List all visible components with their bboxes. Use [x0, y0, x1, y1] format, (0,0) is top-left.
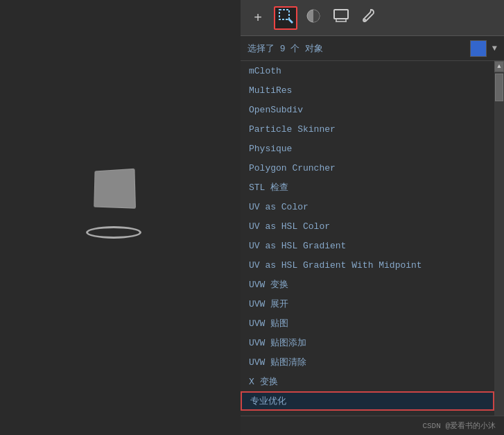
select-button[interactable]	[274, 6, 297, 30]
list-item[interactable]: mCloth	[241, 61, 494, 80]
dropdown-arrow[interactable]: ▼	[492, 44, 497, 53]
list-item[interactable]: Physique	[241, 139, 494, 158]
list-item[interactable]: MultiRes	[241, 80, 494, 100]
right-panel: +	[241, 0, 504, 435]
svg-point-7	[364, 19, 366, 21]
monitor-icon	[333, 9, 349, 26]
list-item[interactable]: UVW 贴图添加	[241, 333, 494, 352]
list-item[interactable]: Polygon Cruncher	[241, 158, 494, 178]
scrollbar-track: ▲	[494, 61, 504, 416]
list-item[interactable]: UVW 展开	[241, 294, 494, 314]
list-item[interactable]: 优化	[241, 411, 494, 416]
wrench-button[interactable]	[357, 6, 381, 30]
monitor-button[interactable]	[329, 6, 353, 30]
half-circle-icon	[306, 8, 321, 27]
watermark-bar: CSDN @爱看书的小沐	[241, 416, 504, 435]
list-item[interactable]: STL 检查	[241, 178, 494, 197]
list-item[interactable]: UV as HSL Gradient With Midpoint	[241, 255, 494, 275]
svg-rect-3	[334, 10, 348, 19]
selection-bar: 选择了 9 个 对象 ▼	[241, 36, 504, 61]
svg-marker-1	[288, 18, 293, 24]
list-item[interactable]: Particle Skinner	[241, 119, 494, 139]
scrollbar-up-button[interactable]: ▲	[494, 61, 504, 72]
modifier-list[interactable]: mClothMultiResOpenSubdivParticle Skinner…	[241, 61, 494, 416]
list-item[interactable]: UV as HSL Color	[241, 216, 494, 236]
toolbar: +	[241, 0, 504, 36]
list-item[interactable]: X 变换	[241, 372, 494, 391]
circle-button[interactable]	[302, 6, 325, 30]
list-item[interactable]: UVW 贴图清除	[241, 352, 494, 372]
selection-text: 选择了 9 个 对象	[247, 42, 464, 55]
watermark-text: CSDN @爱看书的小沐	[422, 420, 496, 431]
3d-object	[93, 169, 148, 225]
list-item[interactable]: 专业优化	[241, 391, 494, 411]
plus-icon: +	[254, 10, 262, 26]
list-item[interactable]: UVW 变换	[241, 275, 494, 294]
list-container: mClothMultiResOpenSubdivParticle Skinner…	[241, 61, 504, 416]
select-region-icon	[278, 8, 293, 27]
list-item[interactable]: OpenSubdiv	[241, 100, 494, 119]
scrollbar-thumb[interactable]	[495, 74, 503, 101]
list-item[interactable]: UVW 贴图	[241, 314, 494, 333]
color-swatch[interactable]	[470, 40, 487, 57]
3d-ring	[86, 226, 141, 239]
list-item[interactable]: UV as HSL Gradient	[241, 236, 494, 255]
3d-viewport	[0, 0, 241, 435]
svg-rect-0	[279, 10, 289, 19]
add-button[interactable]: +	[246, 6, 270, 30]
3d-box	[94, 168, 136, 208]
list-item[interactable]: UV as Color	[241, 197, 494, 216]
wrench-icon	[361, 8, 376, 27]
